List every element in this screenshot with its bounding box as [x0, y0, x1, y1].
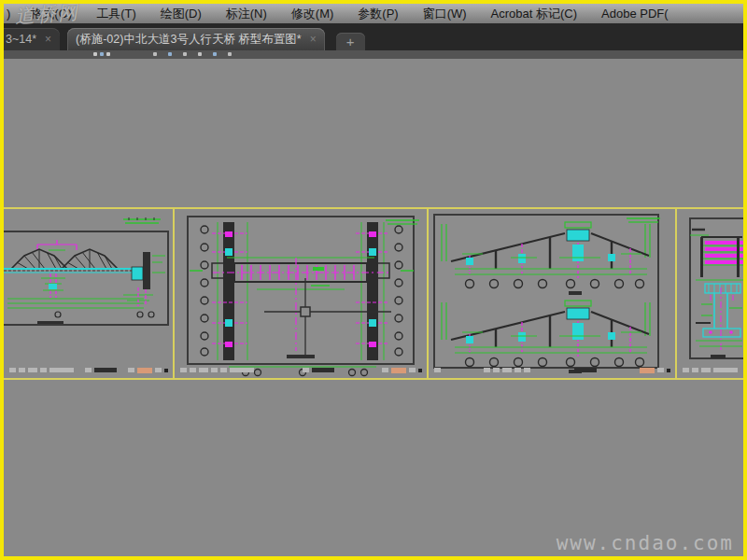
mini-status-bar: [683, 366, 739, 374]
watermark-daoqiao: 道桥网: [14, 0, 80, 29]
panel-bridge-plan-view[interactable]: [175, 209, 427, 378]
panel-ramp-elevations[interactable]: [429, 209, 675, 378]
tab-label: (桥施-02)中北大道3号人行天桥 桥型布置图*: [76, 32, 302, 48]
menu-bar: ) 格式(O) 工具(T) 绘图(D) 标注(N) 修改(M) 参数(P) 窗口…: [4, 4, 743, 23]
watermark-cndao-url: www.cndao.com: [557, 532, 734, 554]
menu-item-parametric[interactable]: 参数(P): [345, 6, 410, 22]
panel-pier-cross-section[interactable]: [677, 209, 743, 378]
layout-preview-band: [4, 207, 743, 380]
menu-item-draw[interactable]: 绘图(D): [148, 6, 214, 22]
ramp-elevations-drawing: [429, 209, 675, 378]
bridge-plan-drawing: [175, 209, 427, 378]
menu-item-modify[interactable]: 修改(M): [279, 6, 346, 22]
new-tab-button[interactable]: +: [336, 33, 365, 50]
drawing-tab-bar: 3~14* × (桥施-02)中北大道3号人行天桥 桥型布置图* × +: [4, 23, 743, 50]
menu-item-dimension[interactable]: 标注(N): [214, 6, 279, 22]
tab-drawing-2-active[interactable]: (桥施-02)中北大道3号人行天桥 桥型布置图* ×: [67, 28, 325, 50]
close-icon[interactable]: ×: [310, 34, 317, 45]
bridge-elevation-drawing: [4, 209, 173, 378]
mini-status-bar: [180, 366, 422, 374]
menu-item-tools[interactable]: 工具(T): [84, 6, 148, 22]
mini-status-bar: [434, 366, 670, 374]
panel-bridge-general-elevation[interactable]: [4, 209, 173, 378]
menu-item-window[interactable]: 窗口(W): [411, 6, 479, 22]
close-icon[interactable]: ×: [45, 34, 51, 45]
tab-drawing-1[interactable]: 3~14* ×: [4, 28, 60, 50]
pier-section-drawing: [677, 209, 743, 378]
menu-item-acrobat-markup[interactable]: Acrobat 标记(C): [479, 6, 589, 22]
cad-application-window: { "window": { "background": "#898989", "…: [0, 0, 747, 560]
mini-status-bar: [9, 366, 168, 374]
clipped-toolbar-strip: [4, 50, 743, 59]
menu-item-adobe-pdf[interactable]: Adobe PDF(: [589, 7, 681, 21]
tab-label: 3~14*: [6, 33, 36, 46]
